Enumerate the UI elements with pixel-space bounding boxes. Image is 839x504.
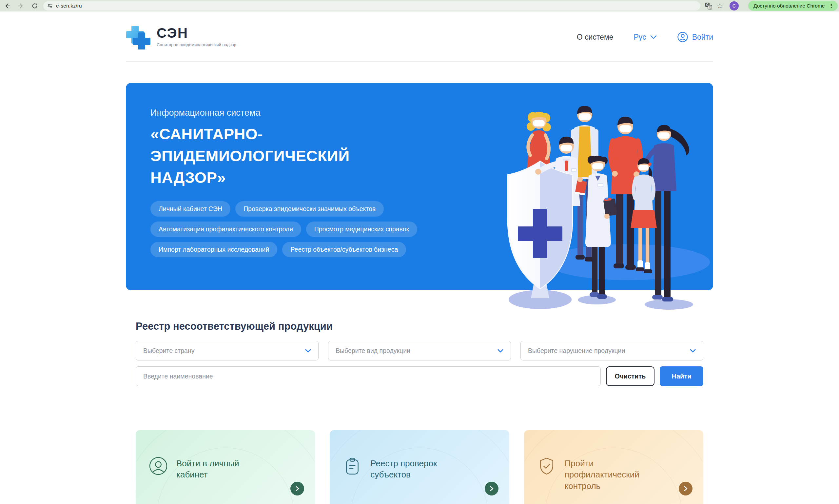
hero-tag: Проверка эпидемически значимых объектов: [235, 201, 384, 217]
hero-tags: Личный кабинет СЭН Проверка эпидемически…: [150, 201, 462, 257]
back-icon[interactable]: [3, 1, 12, 11]
site-info-icon[interactable]: [47, 3, 53, 8]
hero-tag: Автоматизация профилактического контроля: [150, 221, 301, 237]
chrome-update-label: Доступно обновление Chrome: [753, 3, 825, 9]
action-cards: Войти в личный кабинет Реестр проверок с…: [126, 430, 713, 504]
browser-toolbar: e-sen.kz/ru G 文 ☆ C Доступно обновление …: [0, 0, 839, 12]
hero-tag: Реестр объектов/субъектов бизнеса: [282, 242, 406, 257]
logo-title: СЭН: [157, 26, 237, 40]
main-nav: О системе Рус Войти: [577, 32, 713, 42]
hero-tag: Импорт лабораторных исследований: [150, 242, 277, 257]
hero-kicker: Информационная система: [150, 108, 713, 118]
arrow-button[interactable]: [485, 482, 499, 496]
login-label: Войти: [692, 33, 713, 42]
profile-avatar[interactable]: C: [730, 1, 739, 11]
user-icon: [677, 32, 688, 42]
card-inspections-registry[interactable]: Реестр проверок субъектов: [330, 430, 509, 504]
card-personal-cabinet[interactable]: Войти в личный кабинет: [136, 430, 315, 504]
product-type-select[interactable]: Выберите вид продукции: [328, 341, 511, 360]
language-label: Рус: [634, 33, 646, 42]
logo-subtitle: Санитарно-эпидемиологический надзор: [157, 42, 237, 48]
registry-title: Реестр несоответствующей продукции: [136, 321, 703, 332]
address-bar[interactable]: e-sen.kz/ru: [43, 1, 700, 11]
language-selector[interactable]: Рус: [634, 33, 657, 42]
card-preventive-control[interactable]: Пройти профилактический контроль: [524, 430, 703, 504]
registry-section: Реестр несоответствующей продукции Выбер…: [126, 321, 713, 386]
reload-icon[interactable]: [30, 1, 39, 11]
violation-select[interactable]: Выберите нарушение продукции: [520, 341, 703, 360]
chevron-down-icon: [305, 349, 311, 353]
find-button[interactable]: Найти: [660, 366, 703, 386]
browser-menu-icon[interactable]: ⋮: [829, 3, 834, 8]
country-select[interactable]: Выберите страну: [136, 341, 319, 360]
clear-button[interactable]: Очистить: [606, 366, 655, 386]
translate-icon[interactable]: G 文: [705, 2, 712, 10]
hero-title: «САНИТАРНО- ЭПИДЕМИОЛОГИЧЕСКИЙ НАДЗОР»: [150, 123, 713, 189]
hero-banner: Информационная система «САНИТАРНО- ЭПИДЕ…: [126, 83, 713, 290]
forward-icon[interactable]: [16, 1, 25, 11]
url-text: e-sen.kz/ru: [56, 3, 82, 9]
arrow-button[interactable]: [679, 482, 693, 496]
name-search-input[interactable]: [136, 366, 601, 386]
hero-tag: Личный кабинет СЭН: [150, 201, 230, 217]
nav-about-link[interactable]: О системе: [577, 33, 613, 42]
svg-text:文: 文: [709, 5, 712, 9]
login-button[interactable]: Войти: [677, 32, 713, 42]
sen-cross-logo-icon: [126, 24, 151, 50]
chevron-down-icon: [650, 35, 657, 39]
hero-tag: Просмотр медицинских справок: [306, 221, 417, 237]
bookmark-star-icon[interactable]: ☆: [717, 2, 723, 9]
chevron-down-icon: [498, 349, 503, 353]
logo[interactable]: СЭН Санитарно-эпидемиологический надзор: [126, 24, 237, 50]
site-header: СЭН Санитарно-эпидемиологический надзор …: [126, 12, 713, 61]
chrome-update-button[interactable]: Доступно обновление Chrome ⋮: [748, 1, 838, 11]
chevron-down-icon: [690, 349, 696, 353]
